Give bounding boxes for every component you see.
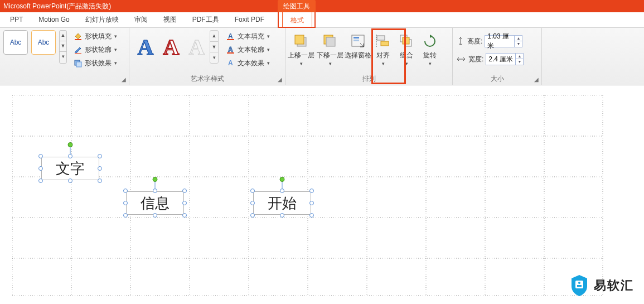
svg-rect-1 <box>75 53 81 54</box>
rotation-handle[interactable] <box>280 177 285 182</box>
height-input[interactable]: 1.03 厘米 ▲▼ <box>485 35 522 47</box>
resize-handle[interactable] <box>309 201 314 205</box>
group-label-arrange: 排列 <box>285 75 452 85</box>
slide[interactable]: 文字 信息 开始 <box>12 95 603 296</box>
tab-pdf-tools[interactable]: PDF工具 <box>185 12 227 27</box>
selection-pane-button[interactable]: 选择窗格 <box>345 30 371 59</box>
tab-review[interactable]: 审阅 <box>127 12 156 27</box>
wordart-preset-1[interactable]: A <box>133 30 158 64</box>
resize-handle[interactable] <box>38 154 43 158</box>
context-tab-drawing-tools[interactable]: 绘图工具 <box>278 0 316 12</box>
textbox-1-wrap[interactable]: 文字 <box>41 157 99 180</box>
text-outline-label: 文本轮廓 <box>238 45 264 55</box>
height-spin-down[interactable]: ▼ <box>514 41 522 47</box>
textbox-3-wrap[interactable]: 开始 <box>253 191 311 215</box>
rotation-handle[interactable] <box>68 142 73 147</box>
resize-handle[interactable] <box>182 201 187 205</box>
rotation-handle[interactable] <box>153 177 158 182</box>
svg-rect-0 <box>75 39 81 40</box>
group-wordart-styles: A A A ▲▼▾ A 文本填充▾ A 文本轮廓▾ A 文本效果▾ <box>129 28 285 85</box>
resize-handle[interactable] <box>250 201 255 205</box>
wordart-preset-2[interactable]: A <box>158 30 184 64</box>
text-outline-icon: A <box>226 45 235 54</box>
wordart-dialog-launcher[interactable]: ◢ <box>277 76 283 83</box>
effects-icon <box>74 59 83 67</box>
svg-text:A: A <box>228 59 233 67</box>
shape-styles-dialog-launcher[interactable]: ◢ <box>120 76 127 83</box>
shape-fill-button[interactable]: 形状填充▾ <box>71 30 119 42</box>
text-effects-icon: A <box>226 59 235 67</box>
group-arrange: 上移一层▾ 下移一层▾ 选择窗格 对齐▾ 组合▾ 旋转▾ <box>285 28 453 85</box>
bring-forward-button[interactable]: 上移一层▾ <box>287 30 316 67</box>
resize-handle[interactable] <box>153 189 157 193</box>
width-spin-up[interactable]: ▲ <box>515 54 523 59</box>
resize-handle[interactable] <box>182 213 187 218</box>
resize-handle[interactable] <box>38 166 43 171</box>
wordart-preset-3[interactable]: A <box>184 30 210 64</box>
shape-effects-label: 形状效果 <box>85 59 112 68</box>
shape-style-gallery-scroll[interactable]: ▲▼▾ <box>59 30 67 64</box>
height-spin-up[interactable]: ▲ <box>514 36 522 41</box>
text-fill-button[interactable]: A 文本填充▾ <box>224 30 272 42</box>
tab-view[interactable]: 视图 <box>156 12 185 27</box>
send-backward-button[interactable]: 下移一层▾ <box>316 30 345 67</box>
textbox-1[interactable]: 文字 <box>41 157 99 180</box>
shape-effects-button[interactable]: 形状效果▾ <box>71 57 119 69</box>
resize-handle[interactable] <box>123 189 128 193</box>
resize-handle[interactable] <box>123 213 128 218</box>
resize-handle[interactable] <box>280 189 284 193</box>
tab-motion-go[interactable]: Motion Go <box>31 12 77 27</box>
text-fill-label: 文本填充 <box>238 32 264 41</box>
width-input[interactable]: 2.4 厘米 ▲▼ <box>486 53 524 65</box>
rotate-button[interactable]: 旋转▾ <box>418 30 442 67</box>
resize-handle[interactable] <box>123 201 128 205</box>
textbox-2-wrap[interactable]: 信息 <box>126 191 184 215</box>
text-outline-button[interactable]: A 文本轮廓▾ <box>224 44 272 56</box>
resize-handle[interactable] <box>153 213 157 218</box>
group-label-wordart: 艺术字样式 <box>129 75 285 85</box>
shape-style-preset-2[interactable]: Abc <box>31 30 56 55</box>
svg-text:A: A <box>228 32 233 40</box>
resize-handle[interactable] <box>98 166 102 171</box>
width-spin-down[interactable]: ▼ <box>515 59 523 65</box>
group-button[interactable]: 组合▾ <box>395 30 418 67</box>
send-backward-icon <box>322 33 338 50</box>
height-label: 高度: <box>467 37 482 46</box>
resize-handle[interactable] <box>250 189 255 193</box>
tab-foxit-pdf[interactable]: Foxit PDF <box>227 12 272 27</box>
svg-rect-7 <box>227 52 234 54</box>
resize-handle[interactable] <box>309 189 314 193</box>
height-value: 1.03 厘米 <box>485 32 514 51</box>
resize-handle[interactable] <box>98 178 102 183</box>
svg-point-44 <box>578 282 580 284</box>
tab-ppt[interactable]: PPT <box>2 12 31 27</box>
shape-style-preset-1[interactable]: Abc <box>3 30 28 55</box>
ribbon-tabs: PPT Motion Go 幻灯片放映 审阅 视图 PDF工具 Foxit PD… <box>0 12 644 28</box>
resize-handle[interactable] <box>280 213 284 218</box>
shape-outline-button[interactable]: 形状轮廓▾ <box>71 44 119 56</box>
watermark-text: 易软汇 <box>594 277 634 294</box>
tab-slideshow[interactable]: 幻灯片放映 <box>78 12 127 27</box>
wordart-gallery-scroll[interactable]: ▲▼▾ <box>210 30 219 64</box>
resize-handle[interactable] <box>309 213 314 218</box>
resize-handle[interactable] <box>68 154 72 158</box>
text-effects-button[interactable]: A 文本效果▾ <box>224 57 272 69</box>
resize-handle[interactable] <box>182 189 187 193</box>
width-icon <box>456 55 466 64</box>
slide-canvas[interactable]: 文字 信息 开始 <box>0 85 644 304</box>
resize-handle[interactable] <box>38 178 43 183</box>
resize-handle[interactable] <box>68 178 72 183</box>
resize-handle[interactable] <box>250 213 255 218</box>
tab-format[interactable]: 格式 <box>282 12 312 27</box>
resize-handle[interactable] <box>98 154 102 158</box>
group-label-shape <box>0 75 129 85</box>
size-dialog-launcher[interactable]: ◢ <box>533 76 540 83</box>
group-icon <box>399 33 414 49</box>
textbox-2[interactable]: 信息 <box>126 191 184 215</box>
svg-rect-10 <box>295 35 304 44</box>
textbox-3[interactable]: 开始 <box>253 191 311 215</box>
svg-rect-21 <box>403 37 409 44</box>
watermark: 易软汇 <box>569 274 634 297</box>
svg-rect-43 <box>577 285 582 287</box>
align-button[interactable]: 对齐▾ <box>371 30 395 67</box>
